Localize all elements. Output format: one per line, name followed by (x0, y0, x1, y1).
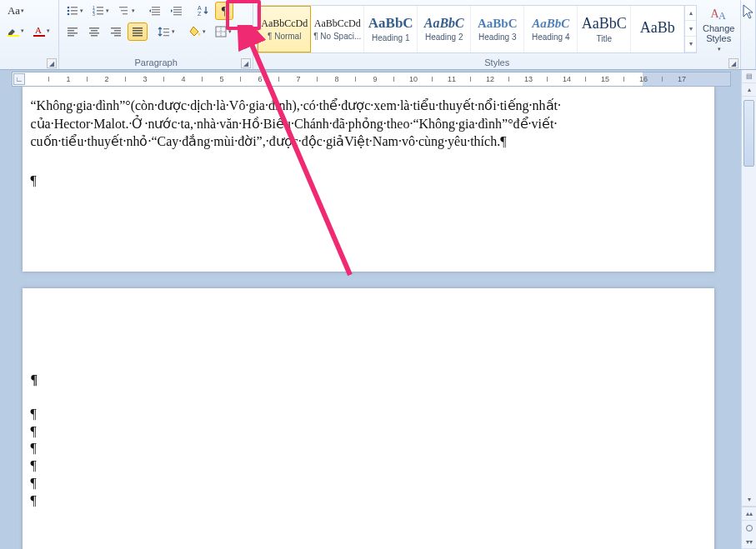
paragraph-mark: ¶ (31, 423, 681, 441)
style-item--no-spaci-[interactable]: AaBbCcDd¶ No Spaci... (311, 6, 364, 52)
tab-selector[interactable]: ∟ (13, 73, 25, 85)
font-color-button[interactable]: A▾ (29, 22, 53, 40)
scroll-up-button[interactable]: ▴ (742, 83, 756, 97)
svg-text:A: A (711, 7, 719, 19)
svg-rect-22 (173, 7, 182, 7)
document-body-text[interactable]: “Không·gia·đình”°(còn·được·dịch·là·Vô·gi… (31, 97, 681, 151)
svg-rect-25 (173, 14, 182, 15)
line-spacing-button[interactable]: ▾ (154, 22, 178, 41)
svg-rect-4 (71, 7, 78, 8)
previous-page-button[interactable]: ▴▴ (742, 507, 756, 521)
align-right-button[interactable] (106, 22, 126, 41)
bullets-button[interactable]: ▾ (63, 2, 87, 20)
select-arrow-icon (742, 3, 753, 45)
svg-text:A: A (35, 25, 42, 35)
ruler-tick: 8 (333, 72, 341, 86)
ruler-tick: 14 (563, 72, 571, 86)
ruler-tick: 2 (103, 72, 111, 86)
change-styles-icon: AA (708, 6, 729, 23)
page-1: “Không·gia·đình”°(còn·được·dịch·là·Vô·gi… (23, 87, 714, 272)
highlight-color-button[interactable]: ▾ (3, 22, 28, 40)
paragraph-group-label: Paragraph ◢ (59, 57, 253, 69)
svg-rect-19 (152, 9, 160, 10)
style-item-title[interactable]: AaBbCTitle (578, 6, 631, 52)
editing-group-sliver (741, 0, 756, 69)
gallery-more-button[interactable]: ▾ (685, 37, 696, 52)
style-item-heading-2[interactable]: AaBbCHeading 2 (418, 6, 471, 52)
gallery-down-button[interactable]: ▾ (685, 21, 696, 37)
style-name-label: Heading 4 (532, 32, 570, 42)
paragraph-group: ▾ 123▾ ▾ (59, 0, 253, 69)
style-item-heading-1[interactable]: AaBbCHeading 1 (364, 6, 418, 52)
svg-rect-37 (114, 30, 121, 32)
style-item-more[interactable]: AaBb (631, 6, 684, 52)
style-item--normal[interactable]: AaBbCcDd¶ Normal (258, 6, 311, 52)
browse-object: ▴▴ ▾▾ (742, 507, 756, 549)
svg-rect-14 (97, 13, 103, 15)
shading-button[interactable]: ▾ (185, 22, 209, 41)
paragraph-dialog-launcher[interactable]: ◢ (241, 58, 251, 68)
ruler-tick: 7 (294, 72, 303, 86)
style-item-heading-4[interactable]: AaBbCHeading 4 (524, 6, 578, 52)
style-preview: AaBbC (532, 17, 569, 31)
horizontal-ruler[interactable]: ∟ 1234567891011121314151617 (12, 72, 731, 87)
ruler-tick: 13 (524, 72, 533, 86)
svg-rect-8 (71, 13, 78, 15)
justify-button[interactable] (128, 22, 148, 41)
scroll-down-button[interactable]: ▾ (742, 493, 756, 507)
numbering-button[interactable]: 123▾ (88, 2, 113, 20)
svg-rect-20 (152, 12, 160, 12)
select-browse-object-button[interactable] (742, 521, 756, 536)
increase-indent-button[interactable] (167, 2, 187, 20)
svg-text:A: A (198, 5, 202, 11)
scroll-track[interactable] (742, 97, 756, 493)
scroll-thumb[interactable] (743, 100, 754, 167)
svg-rect-35 (91, 35, 98, 37)
vertical-scrollbar[interactable]: ▤ ▴ ▾ ▴▴ ▾▾ (741, 70, 756, 549)
multilevel-list-button[interactable]: ▾ (114, 2, 138, 20)
styles-dialog-launcher[interactable]: ◢ (728, 58, 738, 68)
svg-rect-38 (111, 32, 121, 34)
page-2: ¶¶¶¶¶¶¶ (23, 288, 714, 549)
svg-rect-28 (68, 27, 78, 29)
align-left-button[interactable] (63, 22, 83, 41)
styles-gallery[interactable]: AaBbCcDd¶ NormalAaBbCcDd¶ No Spaci...AaB… (257, 5, 697, 53)
ribbon: Aa▾ ▾ A▾ ◢ ▾ (0, 0, 756, 70)
document-area[interactable]: “Không·gia·đình”°(còn·được·dịch·là·Vô·gi… (0, 87, 736, 549)
style-item-heading-3[interactable]: AaBbCHeading 3 (471, 6, 524, 52)
paragraph-mark: ¶ (31, 475, 681, 492)
gallery-up-button[interactable]: ▴ (685, 6, 696, 22)
ruler-tick: 4 (179, 72, 188, 86)
ruler-tick: 3 (141, 72, 149, 86)
svg-rect-2 (33, 35, 45, 37)
svg-rect-42 (133, 32, 143, 34)
change-styles-button[interactable]: AA Change Styles ▾ (700, 5, 737, 53)
grow-font-button[interactable]: Aa▾ (3, 2, 28, 20)
paragraph-mark: ¶ (31, 492, 681, 510)
svg-rect-17 (123, 13, 128, 14)
paragraph-mark: ¶ (31, 457, 681, 475)
ruler-tick: 11 (448, 72, 456, 86)
svg-rect-12 (97, 10, 103, 12)
ruler-toggle-button[interactable]: ▤ (742, 70, 756, 83)
style-preview: AaBbC (478, 17, 518, 31)
next-page-button[interactable]: ▾▾ (742, 536, 756, 549)
svg-rect-43 (133, 35, 143, 37)
sort-button[interactable]: AZ (193, 2, 213, 20)
align-center-button[interactable] (84, 22, 104, 41)
paragraph-mark: ¶ (31, 406, 681, 423)
paragraph-mark: ¶ (31, 372, 681, 389)
style-name-label: ¶ No Spaci... (313, 32, 361, 41)
svg-rect-18 (152, 7, 160, 7)
style-preview: AaBbC (582, 15, 627, 32)
ruler-tick: 15 (601, 72, 609, 86)
svg-rect-23 (173, 9, 182, 10)
style-preview: AaBbCcDd (261, 17, 308, 30)
svg-rect-34 (89, 32, 99, 34)
paragraph-mark: ¶ (31, 172, 681, 190)
gallery-scroll[interactable]: ▴ ▾ ▾ (684, 6, 696, 52)
svg-rect-39 (114, 35, 121, 37)
svg-point-47 (198, 33, 201, 36)
decrease-indent-button[interactable] (145, 2, 165, 20)
font-dialog-launcher[interactable]: ◢ (47, 58, 57, 68)
